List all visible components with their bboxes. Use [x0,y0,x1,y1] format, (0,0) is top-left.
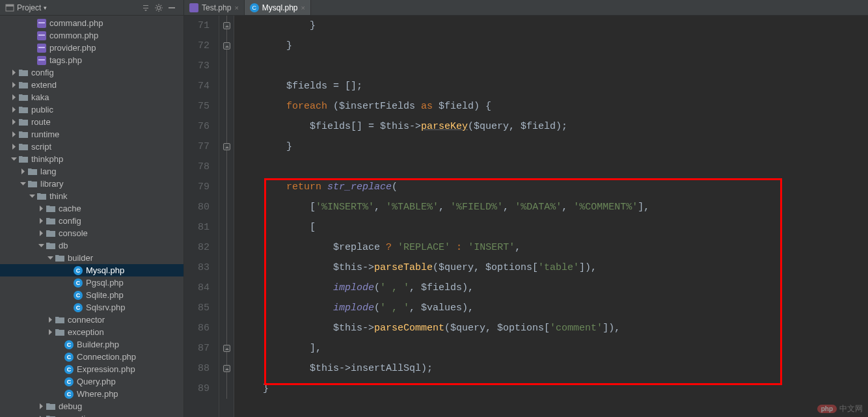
tree-file[interactable]: tags.php [0,54,183,66]
fold-slot[interactable] [219,137,234,157]
settings-icon[interactable] [152,1,165,14]
tree-file[interactable]: CQuery.php [0,375,183,388]
tree-item-label: Builder.php [77,340,119,349]
fold-slot[interactable] [219,338,234,358]
tree-item-label: lang [40,167,57,176]
chevron-icon[interactable] [9,155,18,164]
tree-item-label: cache [59,204,81,213]
tree-folder[interactable]: config [0,66,183,79]
chevron-icon[interactable] [36,217,46,226]
tree-folder[interactable]: console [0,227,183,239]
tree-file[interactable]: CSqlite.php [0,289,183,301]
tree-file[interactable]: CBuilder.php [0,338,183,351]
tree-folder[interactable]: thinkphp [0,153,183,165]
fold-marker-icon[interactable] [223,365,230,372]
chevron-icon[interactable] [18,180,27,189]
tree-item-label: Expression.php [77,364,135,374]
project-tree: command.phpcommon.phpprovider.phptags.ph… [0,16,183,417]
tree-folder[interactable]: route [0,116,183,128]
tree-folder[interactable]: exception [0,326,183,338]
tree-file[interactable]: common.php [0,29,183,42]
close-icon[interactable]: × [234,4,238,12]
fold-marker-icon[interactable] [223,42,230,49]
svg-rect-1 [6,5,14,7]
tree-folder[interactable]: exception [0,412,183,417]
tree-file[interactable]: CWhere.php [0,388,183,400]
fold-slot[interactable] [219,16,234,36]
folder-icon [36,191,47,202]
tree-item-label: runtime [31,129,59,139]
chevron-icon[interactable] [36,229,46,238]
tree-item-label: kaka [31,92,49,102]
fold-marker-icon[interactable] [223,22,230,29]
php-file-icon [36,18,47,29]
chevron-icon[interactable] [36,414,46,418]
fold-column [219,16,234,417]
tree-folder[interactable]: runtime [0,128,183,141]
fold-slot[interactable] [219,36,234,56]
collapse-icon[interactable] [139,1,152,14]
chevron-icon[interactable] [9,81,18,90]
tree-item-label: provider.php [49,43,96,53]
chevron-icon[interactable] [46,254,55,263]
tree-file[interactable]: CMysql.php [0,264,183,276]
tree-file[interactable]: provider.php [0,42,183,54]
tree-file[interactable]: CPgsql.php [0,276,183,289]
tree-folder[interactable]: script [0,141,183,153]
chevron-icon[interactable] [36,402,46,411]
hide-icon[interactable] [165,1,178,14]
project-title[interactable]: Project ▾ [5,3,47,12]
close-icon[interactable]: × [301,4,305,12]
tree-folder[interactable]: debug [0,400,183,412]
folder-icon [46,228,56,239]
code-editor[interactable]: 71727374757677787980818283848586878889 }… [184,16,868,417]
class-file-icon: C [64,377,74,387]
chevron-icon[interactable] [46,316,55,325]
chevron-icon[interactable] [46,328,55,337]
folder-icon [18,129,29,140]
tree-folder[interactable]: cache [0,202,183,215]
class-file-icon: C [64,352,74,362]
folder-icon [46,414,56,418]
tree-folder[interactable]: lang [0,165,183,178]
line-number: 85 [184,298,210,318]
tree-file[interactable]: CConnection.php [0,351,183,363]
chevron-icon[interactable] [9,142,18,152]
fold-marker-icon[interactable] [223,345,230,352]
tree-file[interactable]: CExpression.php [0,363,183,375]
tree-item-label: console [59,228,88,238]
tree-folder[interactable]: library [0,178,183,190]
chevron-icon[interactable] [18,167,27,176]
tree-folder[interactable]: public [0,103,183,116]
tree-file[interactable]: CSqlsrv.php [0,301,183,314]
tree-folder[interactable]: extend [0,79,183,91]
tree-file[interactable]: command.php [0,17,183,29]
chevron-icon[interactable] [9,68,18,77]
folder-icon [27,179,38,189]
tree-item-label: script [31,142,51,152]
chevron-icon[interactable] [36,241,46,250]
chevron-icon[interactable] [9,93,18,102]
tree-item-label: route [31,117,51,127]
tree-folder[interactable]: connector [0,314,183,326]
chevron-icon[interactable] [9,105,18,114]
chevron-icon[interactable] [27,192,36,201]
tree-item-label: config [31,68,54,77]
tree-item-label: extend [31,80,57,90]
fold-marker-icon[interactable] [223,143,230,150]
chevron-icon[interactable] [9,118,18,127]
chevron-icon[interactable] [9,130,18,139]
fold-slot[interactable] [219,358,234,379]
tree-item-label: Mysql.php [86,265,124,275]
tree-folder[interactable]: think [0,190,183,202]
tree-item-label: builder [68,253,93,263]
tree-folder[interactable]: config [0,215,183,227]
editor-tab[interactable]: CMysql.php× [245,0,311,15]
code-content[interactable]: } } $fields = []; foreach ($insertFields… [234,16,868,417]
tree-folder[interactable]: kaka [0,91,183,103]
tree-folder[interactable]: db [0,239,183,252]
folder-icon [18,68,29,78]
editor-tab[interactable]: Test.php× [184,0,245,15]
chevron-icon[interactable] [36,204,46,213]
tree-folder[interactable]: builder [0,252,183,264]
